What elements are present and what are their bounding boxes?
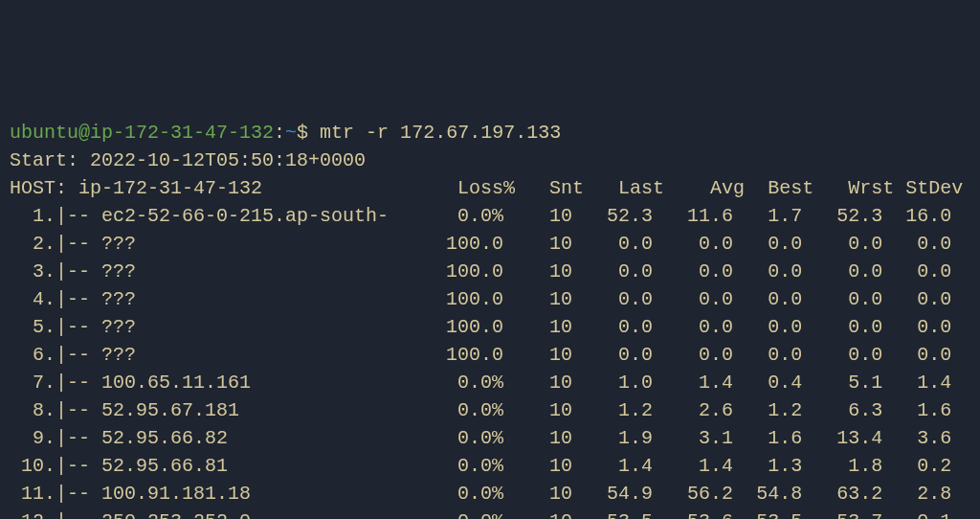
command-text: mtr -r 172.67.197.133 [320,122,561,144]
prompt-colon: : [274,122,285,144]
header-row: HOST: ip-172-31-47-132 Loss% Snt Last Av… [10,177,963,199]
terminal-output: ubuntu@ip-172-31-47-132:~$ mtr -r 172.67… [10,119,970,519]
prompt-user: ubuntu@ip-172-31-47-132 [10,122,274,144]
mtr-rows: 1.|-- ec2-52-66-0-215.ap-south- 0.0% 10 … [10,205,951,519]
start-line: Start: 2022-10-12T05:50:18+0000 [10,149,366,171]
prompt-path: ~ [285,122,297,144]
prompt-dollar: $ [297,122,308,144]
